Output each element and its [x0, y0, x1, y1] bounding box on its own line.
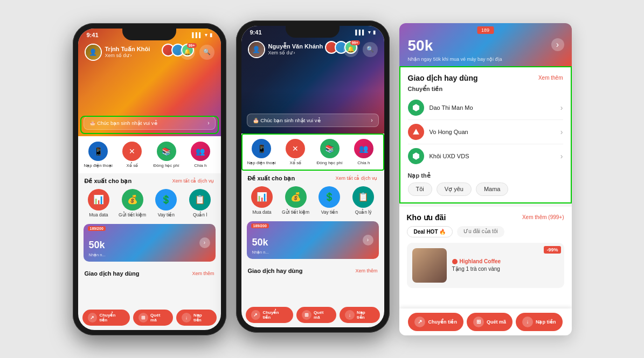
- qa-label-chia-2: Chia h: [357, 160, 370, 165]
- qa-icon-hocphi-2: 📚: [320, 139, 340, 158]
- qa-xoso-1[interactable]: ✕ Xổ số: [116, 142, 148, 168]
- rec-muadata-2[interactable]: 📊 Mua data: [247, 186, 278, 215]
- rec-icon-quan-2: 📋: [352, 186, 374, 208]
- phone-1: 9:41 ▌▌▌ ▾ ▮ 👤 Trịnh Tuấn Khôi: [73, 23, 226, 335]
- rec-guitietkiem-2[interactable]: 💰 Gửi tiết kiệm: [280, 186, 311, 215]
- notification-btn-2[interactable]: 🔔 99+: [343, 42, 358, 57]
- rec-guitietkiem-1[interactable]: 💰 Gửi tiết kiệm: [117, 189, 148, 217]
- user-info-1[interactable]: 👤 Trịnh Tuấn Khôi Xem số dư ›: [85, 44, 150, 61]
- user-info-2[interactable]: 👤 Nguyễn Văn Khánh Xem số dư ›: [248, 41, 323, 58]
- notification-btn-1[interactable]: 🔔 99+: [180, 45, 195, 60]
- panel3-action-chuyen[interactable]: ↗ Chuyển tiền: [408, 313, 463, 331]
- action-nap-2[interactable]: ↓ Nạp tiền: [340, 307, 380, 323]
- rec-label-vay-1: Vay tiền: [158, 212, 175, 217]
- qa-nap-1[interactable]: 📱 Nạp điện thoại: [82, 142, 114, 168]
- rec-vaytien-2[interactable]: 💲 Vay tiền: [314, 186, 345, 215]
- wifi-icon: ▾: [205, 32, 207, 38]
- rec-quanly-1[interactable]: 📋 Quản l: [185, 189, 216, 217]
- trans-left-3: Khôi UXD VDS: [408, 148, 469, 164]
- panel3-top-card[interactable]: 189 50k Nhận ngay 50k khi mua vé máy bay…: [399, 23, 572, 66]
- qa-icon-xoso-1: ✕: [122, 142, 142, 161]
- qa-xoso-2[interactable]: ✕ Xổ số: [280, 139, 311, 165]
- rec-icon-gui-1: 💰: [122, 189, 143, 210]
- chevron-right-icon: ›: [130, 53, 132, 58]
- recommend-title-1: Đề xuất cho bạn: [85, 178, 132, 185]
- recommend-link-1[interactable]: Xem tất cả dịch vụ: [172, 178, 214, 184]
- action-quet-2[interactable]: ⊞ Quét mã: [296, 307, 336, 323]
- battery-icon-2: ▮: [373, 30, 376, 35]
- promo-arrow-1: ›: [199, 237, 210, 248]
- battery-icon: ▮: [210, 32, 212, 38]
- trans-item-3[interactable]: Khôi UXD VDS ›: [408, 144, 563, 168]
- panel3-action-nap[interactable]: ↓ Nạp tiền: [516, 313, 563, 331]
- qa-label-hocphi-1: Đóng học phí: [154, 163, 179, 168]
- qa-icon-chia-2: 👥: [354, 139, 373, 158]
- search-icon-1: 🔍: [203, 48, 211, 55]
- panel3-bottom-actions: ↗ Chuyển tiền ⊞ Quét mã ↓ Nạp tiền: [399, 308, 572, 335]
- chip-voye[interactable]: Vợ yêu: [437, 182, 472, 196]
- phone-2-screen: 9:41 ▌▌▌ ▾ ▮ 👤 Nguyễn Văn Khánh: [241, 26, 384, 327]
- recommend-link-2[interactable]: Xem tất cả dịch vụ: [335, 176, 377, 181]
- deal-tab-uudai[interactable]: Ưu đãi của tôi: [457, 226, 504, 237]
- bell-icon-2: 🔔: [347, 46, 355, 53]
- action-nap-1[interactable]: ↓ Nạp tiền: [176, 310, 217, 326]
- hero-1: 9:41 ▌▌▌ ▾ ▮ 👤 Trịnh Tuấn Khôi: [78, 29, 221, 136]
- chip-toi[interactable]: Tôi: [408, 182, 432, 196]
- notch-1: [122, 29, 176, 40]
- panel3-action-quet[interactable]: ⊞ Quét mã: [467, 313, 513, 331]
- qa-label-xoso-2: Xổ số: [290, 160, 302, 165]
- trans-icon-1: [408, 100, 424, 116]
- kho-title: Kho ưu đãi: [407, 213, 446, 222]
- qa-chia-2[interactable]: 👥 Chia h: [348, 139, 379, 165]
- deal-card[interactable]: -99% Highland Coffee Tặng 1 trà con vàng: [407, 243, 564, 288]
- rec-icon-gui-2: 💰: [285, 186, 307, 208]
- action-chuyen-1[interactable]: ↗ Chuyển tiền: [82, 310, 130, 326]
- bottom-link-2[interactable]: Xem thêm: [355, 268, 377, 273]
- wifi-icon-2: ▾: [368, 30, 371, 35]
- qa-label-hocphi-2: Đóng học phí: [317, 160, 343, 165]
- rec-quanly-2[interactable]: 📋 Quản lý: [348, 186, 379, 215]
- search-btn-1[interactable]: 🔍: [199, 45, 214, 60]
- trans-left-1: Dao Thi Man Mo: [408, 100, 473, 116]
- panel3-quet-icon: ⊞: [473, 317, 484, 327]
- bottom-link-1[interactable]: Xem thêm: [192, 271, 214, 276]
- quet-label-1: Quét mã: [150, 313, 168, 322]
- deal-brand: Highland Coffee: [452, 258, 501, 264]
- qa-nap-2[interactable]: 📱 Nạp điện thoại: [246, 139, 278, 165]
- panel3-xem-them[interactable]: Xem thêm: [538, 75, 563, 81]
- banner-strip-1[interactable]: 🎂 Chúc bạn sinh nhật vui vẻ ›: [84, 116, 216, 130]
- promo-card-2[interactable]: 189/200 50k Nhận n... ›: [247, 221, 379, 259]
- rec-vaytien-1[interactable]: 💲 Vay tiền: [151, 189, 182, 217]
- promo-card-1[interactable]: 189/200 50k Nhận n... ›: [84, 224, 216, 262]
- panel3-gd-title: Giao dịch hay dùng: [408, 74, 478, 82]
- trans-item-2[interactable]: Vo Hong Quan ›: [408, 120, 563, 144]
- kho-link[interactable]: Xem thêm (999+): [522, 214, 564, 220]
- panel3-quet-label: Quét mã: [487, 319, 506, 325]
- recommend-grid-2: 📊 Mua data 💰 Gửi tiết kiệm 💲 Vay tiền 📋 …: [241, 184, 384, 219]
- action-chuyen-2[interactable]: ↗ Chuyển tiền: [246, 307, 294, 323]
- bottom-actions-2: ↗ Chuyển tiền ⊞ Quét mã ↓ Nạp tiền: [246, 307, 380, 323]
- user-text-2: Nguyễn Văn Khánh Xem số dư ›: [268, 43, 323, 55]
- quet-label-2: Quét mã: [314, 310, 331, 320]
- trans-arrow-2: ›: [560, 128, 563, 136]
- panel3-kho-section: Kho ưu đãi Xem thêm (999+) Deal HOT 🔥 Ưu…: [399, 207, 572, 308]
- panel3-chuyen-label: Chuyển tiền: [428, 319, 457, 325]
- rec-icon-quan-1: 📋: [189, 189, 211, 210]
- chip-mama[interactable]: Mama: [476, 182, 509, 196]
- search-btn-2[interactable]: 🔍: [363, 42, 378, 57]
- qa-hocphi-2[interactable]: 📚 Đóng học phí: [314, 139, 345, 165]
- notch-2: [286, 26, 340, 38]
- qa-hocphi-1[interactable]: 📚 Đóng học phí: [150, 142, 182, 168]
- deal-tab-hot[interactable]: Deal HOT 🔥: [407, 226, 453, 237]
- banner-strip-2[interactable]: 🎂 Chúc bạn sinh nhật vui vẻ ›: [247, 114, 379, 127]
- qa-icon-nap-2: 📱: [252, 139, 271, 158]
- banner-arrow-2: ›: [371, 117, 372, 123]
- qa-chia-1[interactable]: 👥 Chia h: [184, 142, 216, 168]
- action-quet-1[interactable]: ⊞ Quét mã: [133, 310, 173, 326]
- deal-info: Highland Coffee Tặng 1 trà con vàng: [452, 258, 501, 272]
- rec-muadata-1[interactable]: 📊 Mua data: [84, 189, 114, 217]
- trans-item-1[interactable]: Dao Thi Man Mo ›: [408, 96, 563, 120]
- user-text-1: Trịnh Tuấn Khôi Xem số dư ›: [105, 46, 150, 58]
- trans-icon-3: [408, 148, 424, 164]
- recommend-header-1: Đề xuất cho bạn Xem tất cả dịch vụ: [78, 173, 221, 187]
